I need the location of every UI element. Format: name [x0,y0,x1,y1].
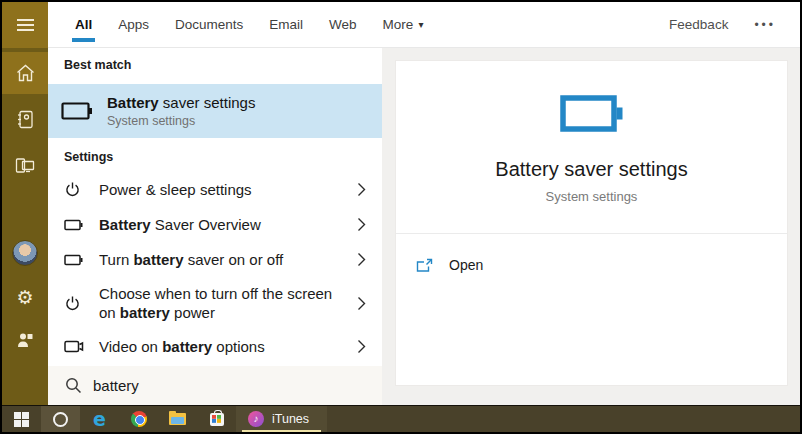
video-camera-icon [64,340,86,353]
store-icon [210,413,224,426]
result-preview-panel: Battery saver settings System settings O… [382,48,800,405]
more-options-icon[interactable]: ••• [754,18,776,32]
feedback-person-icon [16,331,34,348]
windows-logo-icon [14,412,29,427]
sidebar-item-settings[interactable]: ⚙ [2,276,48,318]
tab-all[interactable]: All [62,2,105,47]
result-turn-battery-saver[interactable]: Turn battery saver on or off [48,242,382,277]
chevron-right-icon [357,339,366,354]
best-match-title: Battery saver settings [107,94,255,111]
power-icon [64,295,86,312]
tab-more[interactable]: More ▾ [370,2,437,47]
tab-documents[interactable]: Documents [162,2,256,47]
windows-search-panel: All Apps Documents Email Web More ▾ Feed… [0,0,802,434]
open-action[interactable]: Open [396,247,787,283]
battery-icon [64,219,86,231]
feedback-button[interactable]: Feedback [669,17,728,32]
search-icon [65,377,82,394]
hamburger-icon [17,16,34,34]
chevron-right-icon [357,182,366,197]
edge-button[interactable]: e [80,406,119,432]
settings-header: Settings [64,150,113,164]
start-button[interactable] [2,406,41,432]
search-bar [48,366,382,405]
search-input[interactable] [93,377,343,394]
sidebar-item-devices[interactable] [2,144,48,186]
result-video-battery-options[interactable]: Video on battery options [48,329,382,364]
result-power-sleep-settings[interactable]: Power & sleep settings [48,172,382,207]
divider [396,233,787,234]
battery-large-icon [560,94,624,134]
best-match-subtitle: System settings [107,114,255,128]
sidebar-item-home[interactable] [2,52,48,94]
chrome-button[interactable] [119,406,158,432]
cortana-icon [53,412,68,427]
preview-subtitle: System settings [396,189,787,204]
itunes-label: iTunes [272,412,309,426]
chrome-icon [131,411,147,427]
power-icon [64,181,86,198]
home-icon [16,64,35,82]
itunes-icon: ♪ [248,411,264,427]
open-external-icon [416,258,433,273]
store-button[interactable] [197,406,236,432]
best-match-result[interactable]: Battery saver settings System settings [48,84,382,138]
itunes-taskbar-button[interactable]: ♪ iTunes [236,406,327,432]
cortana-button[interactable] [41,406,80,432]
open-label: Open [449,257,483,273]
chevron-right-icon [357,296,366,311]
user-avatar [12,240,38,266]
taskbar: e ♪ iTunes [2,405,800,432]
battery-icon [61,101,93,121]
sidebar-item-account[interactable] [2,232,48,274]
filter-tabs: All Apps Documents Email Web More ▾ [62,2,436,47]
battery-icon [64,254,86,266]
best-match-header: Best match [64,58,131,72]
search-sidebar: ⚙ [2,2,48,405]
tab-email[interactable]: Email [256,2,316,47]
notebook-icon [16,110,35,129]
gear-icon: ⚙ [16,288,33,307]
edge-icon: e [93,410,106,429]
preview-card: Battery saver settings System settings O… [395,60,788,386]
file-explorer-button[interactable] [158,406,197,432]
tab-web[interactable]: Web [316,2,370,47]
preview-title: Battery saver settings [396,158,787,181]
result-battery-saver-overview[interactable]: Battery Saver Overview [48,207,382,242]
sidebar-item-notebook[interactable] [2,98,48,140]
chevron-right-icon [357,252,366,267]
chevron-right-icon [357,217,366,232]
tab-apps[interactable]: Apps [105,2,162,47]
chevron-down-icon: ▾ [418,19,423,30]
search-results-list: Best match Battery saver settings System… [48,48,382,366]
file-explorer-icon [169,413,186,425]
result-choose-screen-off[interactable]: Choose when to turn off the screen on ba… [48,277,382,329]
sidebar-item-feedback[interactable] [2,318,48,360]
devices-icon [15,156,35,174]
search-filter-bar: All Apps Documents Email Web More ▾ Feed… [48,2,800,48]
hamburger-menu-button[interactable] [2,2,48,48]
